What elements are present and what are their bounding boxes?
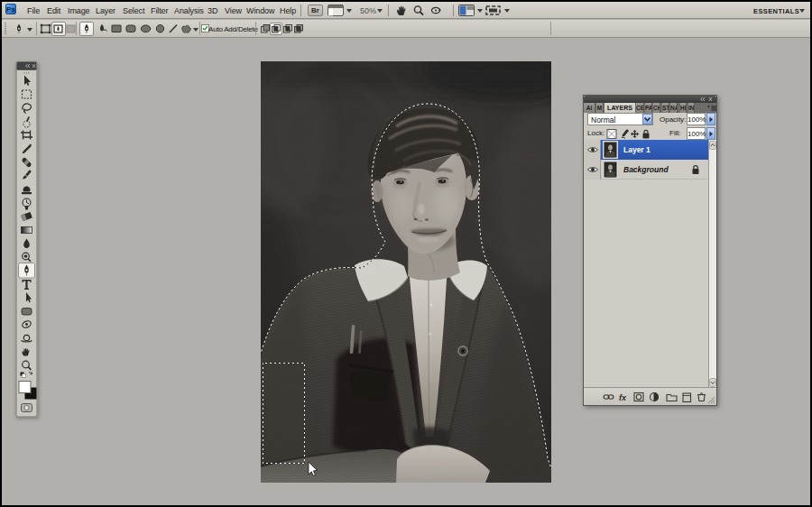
svg-text:fx: fx xyxy=(619,393,627,402)
